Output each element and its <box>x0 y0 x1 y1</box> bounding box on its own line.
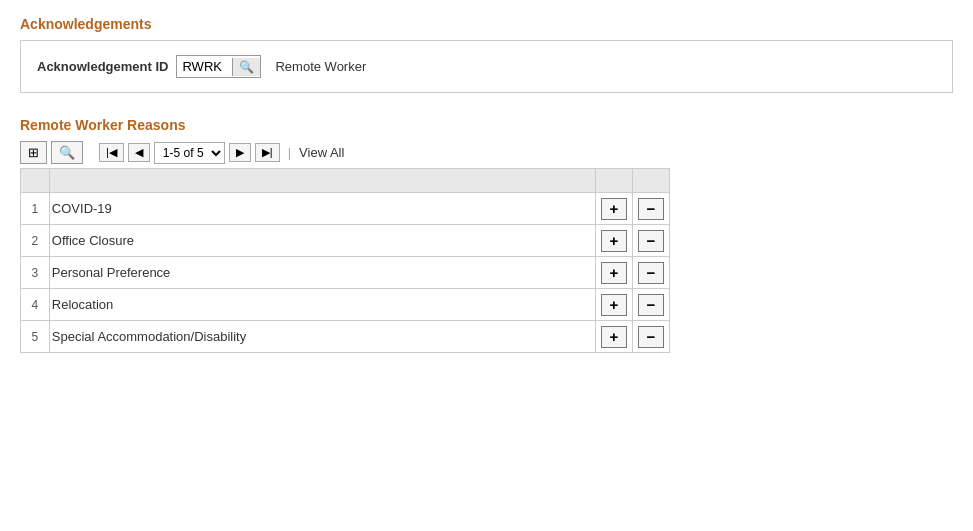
ack-id-input[interactable] <box>177 56 232 77</box>
row-name-cell[interactable] <box>49 321 595 353</box>
view-all-button[interactable]: View All <box>299 145 344 160</box>
delete-row-button[interactable]: − <box>638 294 664 316</box>
row-name-cell[interactable] <box>49 225 595 257</box>
search-button[interactable]: 🔍 <box>51 141 83 164</box>
row-number: 1 <box>21 193 50 225</box>
col-header-delete <box>632 169 669 193</box>
add-cell: + <box>595 193 632 225</box>
add-row-button[interactable]: + <box>601 294 627 316</box>
add-row-button[interactable]: + <box>601 198 627 220</box>
col-header-num <box>21 169 50 193</box>
row-number: 2 <box>21 225 50 257</box>
next-page-button[interactable]: ▶ <box>229 143 251 162</box>
row-name-cell[interactable] <box>49 257 595 289</box>
add-row-button[interactable]: + <box>601 326 627 348</box>
first-page-button[interactable]: |◀ <box>99 143 124 162</box>
delete-cell: − <box>632 289 669 321</box>
table-row: 3+− <box>21 257 670 289</box>
acknowledgements-box: Acknowledgement ID 🔍 Remote Worker <box>20 40 953 93</box>
table-row: 2+− <box>21 225 670 257</box>
delete-row-button[interactable]: − <box>638 326 664 348</box>
search-icon: 🔍 <box>59 146 75 159</box>
prev-page-button[interactable]: ◀ <box>128 143 150 162</box>
page-container: Acknowledgements Acknowledgement ID 🔍 Re… <box>0 0 973 369</box>
delete-row-button[interactable]: − <box>638 230 664 252</box>
table-header-row <box>21 169 670 193</box>
col-header-name <box>49 169 595 193</box>
ack-name-display: Remote Worker <box>275 59 366 74</box>
reasons-table: 1+−2+−3+−4+−5+− <box>20 168 670 353</box>
grid-view-button[interactable]: ⊞ <box>20 141 47 164</box>
col-header-add <box>595 169 632 193</box>
reasons-tbody: 1+−2+−3+−4+−5+− <box>21 193 670 353</box>
last-page-button[interactable]: ▶| <box>255 143 280 162</box>
reasons-toolbar: ⊞ 🔍 |◀ ◀ 1-5 of 5 ▶ ▶| | View All <box>20 141 953 164</box>
ack-search-button[interactable]: 🔍 <box>232 58 260 76</box>
delete-cell: − <box>632 257 669 289</box>
row-name-cell[interactable] <box>49 193 595 225</box>
grid-wrapper: 1+−2+−3+−4+−5+− <box>20 168 953 353</box>
row-name-input[interactable] <box>50 327 595 346</box>
reasons-title: Remote Worker Reasons <box>20 117 953 133</box>
pagination: |◀ ◀ 1-5 of 5 ▶ ▶| | View All <box>99 142 344 164</box>
table-row: 4+− <box>21 289 670 321</box>
delete-cell: − <box>632 321 669 353</box>
add-cell: + <box>595 225 632 257</box>
row-number: 5 <box>21 321 50 353</box>
table-row: 1+− <box>21 193 670 225</box>
acknowledgements-title: Acknowledgements <box>20 16 953 32</box>
reasons-section: Remote Worker Reasons ⊞ 🔍 |◀ ◀ 1-5 of 5 … <box>20 117 953 353</box>
table-row: 5+− <box>21 321 670 353</box>
add-cell: + <box>595 321 632 353</box>
row-name-input[interactable] <box>50 263 595 282</box>
search-icon: 🔍 <box>239 60 254 74</box>
grid-icon: ⊞ <box>28 146 39 159</box>
row-name-input[interactable] <box>50 231 595 250</box>
row-number: 3 <box>21 257 50 289</box>
row-name-input[interactable] <box>50 199 595 218</box>
ack-id-label: Acknowledgement ID <box>37 59 168 74</box>
add-cell: + <box>595 257 632 289</box>
row-number: 4 <box>21 289 50 321</box>
delete-row-button[interactable]: − <box>638 198 664 220</box>
delete-cell: − <box>632 193 669 225</box>
add-row-button[interactable]: + <box>601 262 627 284</box>
add-row-button[interactable]: + <box>601 230 627 252</box>
row-name-cell[interactable] <box>49 289 595 321</box>
acknowledgement-row: Acknowledgement ID 🔍 Remote Worker <box>37 55 936 78</box>
page-select[interactable]: 1-5 of 5 <box>154 142 225 164</box>
add-cell: + <box>595 289 632 321</box>
delete-row-button[interactable]: − <box>638 262 664 284</box>
delete-cell: − <box>632 225 669 257</box>
divider: | <box>288 145 291 160</box>
row-name-input[interactable] <box>50 295 595 314</box>
ack-id-input-wrap: 🔍 <box>176 55 261 78</box>
